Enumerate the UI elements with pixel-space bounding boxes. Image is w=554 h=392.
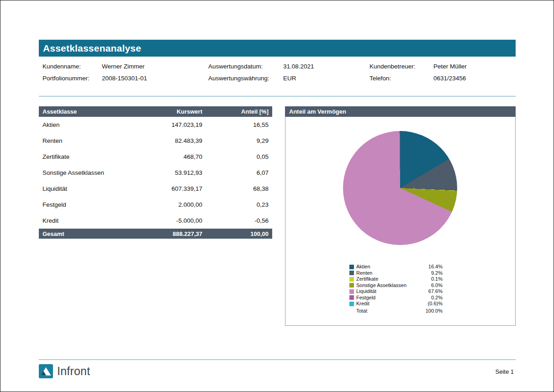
- meta-label: Telefon:: [369, 75, 391, 82]
- legend-swatch: [349, 265, 354, 269]
- cell-kurswert: 468,70: [143, 153, 202, 160]
- legend-label: Zertifikate: [356, 276, 431, 282]
- cell-anteil: -0,56: [202, 217, 269, 224]
- legend-percent: 67.6%: [428, 288, 443, 295]
- meta-value: EUR: [283, 75, 296, 82]
- page-title: Assetklassenanalyse: [39, 40, 516, 57]
- cell-assetklasse: Sonstige Assetklassen: [42, 169, 143, 176]
- legend-item: Kredit (0.6)%: [349, 301, 443, 307]
- meta-value: Peter Müller: [433, 63, 467, 70]
- legend-percent: 9.2%: [431, 270, 443, 277]
- chart-panel: Aktien 16.4% Renten 9.2% Zertifikate 0.1…: [285, 117, 516, 326]
- cell-kurswert: 147.023,19: [143, 121, 202, 128]
- chart-panel-title: Anteil am Vermögen: [285, 106, 516, 117]
- cell-anteil: 0,23: [202, 201, 269, 208]
- legend-label: Kredit: [356, 301, 428, 307]
- legend-percent: 0.2%: [431, 295, 443, 301]
- cell-kurswert: 53.912,93: [143, 169, 202, 176]
- legend-swatch: [349, 271, 354, 275]
- divider-line: [39, 359, 516, 360]
- cell-assetklasse: Festgeld: [42, 201, 143, 208]
- legend-percent: 0.1%: [431, 276, 443, 282]
- cell-kurswert: -5.000,00: [143, 217, 202, 224]
- pie-chart: [343, 131, 457, 245]
- meta-value: 0631/23456: [433, 75, 466, 82]
- legend-percent: (0.6)%: [428, 301, 443, 307]
- page-number: Seite 1: [496, 368, 514, 375]
- cell-anteil: 6,07: [202, 169, 269, 176]
- column-header: Assetklasse: [42, 108, 143, 115]
- legend-swatch: [349, 283, 354, 287]
- meta-label: Auswertungswährung:: [208, 75, 269, 82]
- cell-kurswert: 607.339,17: [143, 185, 202, 192]
- table-row: Sonstige Assetklassen 53.912,93 6,07: [39, 165, 272, 181]
- column-header: Anteil [%]: [202, 108, 269, 115]
- table-header-row: Assetklasse Kurswert Anteil [%]: [39, 106, 272, 117]
- meta-label: Auswertungsdatum:: [208, 63, 263, 70]
- cell-assetklasse: Aktien: [42, 121, 143, 128]
- infront-logo-icon: [39, 364, 53, 378]
- meta-value: Werner Zimmer: [102, 63, 145, 70]
- table-row: Renten 82.483,39 9,29: [39, 133, 272, 149]
- cell-anteil: 16,55: [202, 121, 269, 128]
- meta-value: 31.08.2021: [283, 63, 314, 70]
- legend-total-row: Total: 100.0%: [349, 308, 443, 314]
- cell-assetklasse: Liquidität: [42, 185, 143, 192]
- legend-item: Sonstige Assetklassen 6.0%: [349, 282, 443, 289]
- brand-lockup: Infront: [39, 364, 90, 378]
- legend-swatch: [349, 277, 354, 282]
- legend-item: Festgeld 0.2%: [349, 295, 443, 301]
- table-row: Aktien 147.023,19 16,55: [39, 117, 272, 133]
- legend-label: Festgeld: [356, 295, 431, 301]
- cell-anteil: 0,05: [202, 153, 269, 160]
- legend-item: Zertifikate 0.1%: [349, 276, 443, 282]
- legend-label: Sonstige Assetklassen: [356, 282, 431, 289]
- table-row: Kredit -5.000,00 -0,56: [39, 213, 272, 229]
- meta-value: 2008-150301-01: [102, 75, 147, 82]
- cell-kurswert: 82.483,39: [143, 137, 202, 144]
- legend-label: Aktien: [356, 264, 428, 270]
- cell-kurswert: 888.227,37: [143, 230, 202, 237]
- table-row: Zertifikate 468,70 0,05: [39, 149, 272, 165]
- legend-item: Liquidität 67.6%: [349, 288, 443, 295]
- meta-label: Kundenname:: [42, 63, 81, 70]
- brand-name: Infront: [57, 365, 90, 378]
- legend-swatch: [349, 295, 354, 300]
- cell-assetklasse: Gesamt: [42, 230, 143, 237]
- table-row: Liquidität 607.339,17 68,38: [39, 181, 272, 197]
- asset-class-table: Assetklasse Kurswert Anteil [%] Aktien 1…: [39, 106, 272, 239]
- column-header: Kurswert: [143, 108, 202, 115]
- legend-item: Aktien 16.4%: [349, 264, 443, 270]
- legend-total-label: Total:: [356, 308, 426, 314]
- legend-percent: 6.0%: [431, 282, 443, 289]
- legend-label: Renten: [356, 270, 431, 277]
- legend-swatch: [349, 302, 354, 306]
- legend-item: Renten 9.2%: [349, 270, 443, 277]
- meta-section: Kundenname: Werner Zimmer Portfolionumme…: [39, 62, 516, 86]
- meta-label: Portfolionummer:: [42, 75, 90, 82]
- legend-total-percent: 100.0%: [426, 308, 443, 314]
- cell-assetklasse: Zertifikate: [42, 153, 143, 160]
- table-row: Festgeld 2.000,00 0,23: [39, 197, 272, 213]
- meta-label: Kundenbetreuer:: [369, 63, 416, 70]
- cell-assetklasse: Renten: [42, 137, 143, 144]
- legend-swatch: [349, 289, 354, 294]
- cell-anteil: 9,29: [202, 137, 269, 144]
- chart-legend: Aktien 16.4% Renten 9.2% Zertifikate 0.1…: [349, 264, 443, 314]
- cell-anteil: 100,00: [202, 230, 269, 237]
- divider-line: [39, 96, 516, 97]
- legend-percent: 16.4%: [428, 264, 443, 270]
- legend-label: Liquidität: [356, 288, 428, 295]
- cell-anteil: 68,38: [202, 185, 269, 192]
- report-page: Assetklassenanalyse Kundenname: Werner Z…: [0, 0, 554, 392]
- cell-kurswert: 2.000,00: [143, 201, 202, 208]
- cell-assetklasse: Kredit: [42, 217, 143, 224]
- table-total-row: Gesamt 888.227,37 100,00: [39, 229, 272, 239]
